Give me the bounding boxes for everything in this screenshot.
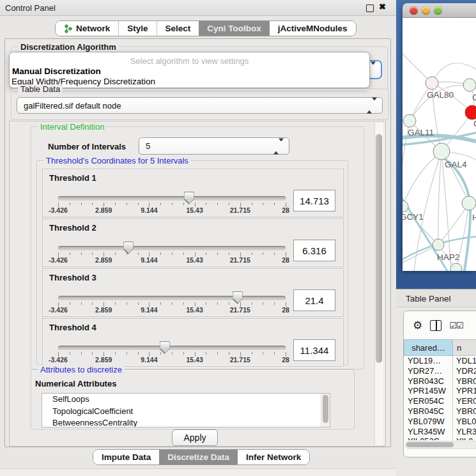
table-row[interactable]: YLR345WYLR3: [404, 427, 476, 437]
tick-mark: [81, 352, 82, 355]
node-label: H: [472, 213, 476, 222]
attribute-list-item[interactable]: BetweennessCentrality: [42, 417, 330, 427]
cell-shared-name[interactable]: YIL052C: [404, 436, 453, 440]
tab-jactivemnodules[interactable]: jActiveMNodules: [270, 21, 356, 36]
column-header-shared[interactable]: shared…: [404, 339, 453, 356]
cell-shared-name[interactable]: YDR27…: [404, 366, 453, 376]
table-row[interactable]: YBR043CYBR0: [404, 376, 476, 387]
checkbox-icons[interactable]: ☑☑: [449, 321, 463, 330]
threshold-2-slider[interactable]: -3.4262.8599.14415.4321.71528: [58, 242, 286, 264]
threshold-2-value[interactable]: 6.316: [293, 240, 335, 261]
vertical-scrollbar[interactable]: [374, 123, 383, 445]
network-edge[interactable]: [438, 151, 441, 245]
scrollbar-thumb[interactable]: [376, 134, 382, 363]
threshold-1-value[interactable]: 14.713: [293, 190, 335, 211]
cell-name[interactable]: YIL0: [453, 436, 476, 440]
gear-icon[interactable]: ⚙: [413, 319, 422, 332]
apply-button[interactable]: Apply: [172, 429, 218, 446]
column-header-name[interactable]: n: [453, 339, 476, 356]
tab-cyni-toolbox[interactable]: Cyni Toolbox: [199, 21, 270, 36]
split-columns-icon[interactable]: [430, 320, 441, 331]
stepper-icon: [367, 101, 377, 111]
tab-impute-data[interactable]: Impute Data: [93, 450, 159, 464]
slider-handle[interactable]: [123, 242, 134, 250]
attribute-list-item[interactable]: TopologicalCoefficient: [42, 406, 330, 418]
tick-mark: [229, 252, 229, 255]
cell-name[interactable]: YBR0: [453, 376, 476, 387]
network-node[interactable]: [463, 79, 476, 91]
network-canvas[interactable]: GAL80GACGAL11GAL4GCY1HHAP2: [403, 18, 476, 271]
cell-shared-name[interactable]: YBL079W: [404, 417, 453, 427]
cell-name[interactable]: YER0: [453, 396, 476, 406]
slider-handle[interactable]: [233, 291, 243, 300]
threshold-1-slider[interactable]: -3.4262.8599.14415.4321.71528: [58, 192, 286, 214]
table-row[interactable]: YDL19…YDL1: [404, 356, 476, 366]
network-node[interactable]: [450, 263, 462, 271]
table-row[interactable]: YPR145WYPR1: [404, 386, 476, 396]
tick-mark: [252, 203, 252, 205]
threshold-3-slider[interactable]: -3.4262.8599.14415.4321.71528: [58, 292, 286, 314]
network-node[interactable]: [433, 143, 450, 160]
tab-infer-network[interactable]: Infer Network: [238, 450, 309, 464]
network-node[interactable]: [462, 196, 476, 210]
close-icon[interactable]: ✖: [379, 2, 386, 12]
tab-discretize-data[interactable]: Discretize Data: [159, 450, 238, 464]
slider-track[interactable]: [58, 246, 286, 250]
cell-name[interactable]: YDR2: [453, 366, 476, 376]
tick-mark: [81, 252, 82, 255]
threshold-4-value[interactable]: 11.344: [293, 339, 335, 361]
network-node[interactable]: [433, 239, 444, 250]
list-scrollbar[interactable]: [321, 394, 330, 427]
numerical-attributes-list[interactable]: SelfLoopsTopologicalCoefficientBetweenne…: [42, 393, 330, 427]
cell-name[interactable]: YLR3: [453, 427, 476, 437]
network-edge[interactable]: [403, 151, 441, 206]
dropdown-option-manual-discretization[interactable]: Manual Discretization: [12, 66, 101, 76]
tab-network[interactable]: Network: [56, 21, 118, 36]
float-window-icon[interactable]: [366, 4, 374, 12]
hscrollbar-thumb[interactable]: [406, 442, 454, 447]
table-rows: YDL19…YDL1YDR27…YDR2YBR043CYBR0YPR145WYP…: [404, 356, 476, 440]
tick-mark: [138, 302, 139, 305]
table-row[interactable]: YER054CYER0: [404, 396, 476, 406]
table-row[interactable]: YBR045CYBR0: [404, 406, 476, 417]
slider-track[interactable]: [58, 346, 286, 350]
threshold-3-value[interactable]: 21.4: [293, 289, 335, 311]
table-row[interactable]: YBL079WYBL0: [404, 417, 476, 427]
number-of-intervals-combobox[interactable]: 5: [139, 137, 289, 155]
cell-shared-name[interactable]: YLR345W: [404, 427, 453, 437]
cell-name[interactable]: YBL0: [453, 417, 476, 427]
network-node[interactable]: [403, 114, 416, 127]
tick-mark: [229, 203, 229, 205]
threshold-4-slider[interactable]: -3.4262.8599.14415.4321.71528: [58, 342, 286, 364]
tick-mark: [160, 203, 161, 205]
cell-shared-name[interactable]: YDL19…: [404, 356, 453, 366]
cell-name[interactable]: YDL1: [453, 356, 476, 366]
cell-shared-name[interactable]: YBR045C: [404, 406, 453, 417]
cell-name[interactable]: YBR0: [453, 406, 476, 417]
slider-track[interactable]: [58, 196, 286, 201]
attribute-list-item[interactable]: SelfLoops: [42, 394, 330, 406]
tick-mark: [263, 352, 263, 355]
axis-label: -3.426: [49, 306, 68, 314]
cell-shared-name[interactable]: YER054C: [404, 396, 453, 406]
tick-mark: [138, 252, 139, 255]
network-node[interactable]: [426, 77, 438, 89]
node-label: GAL4: [445, 160, 467, 169]
minimize-traffic-light[interactable]: [422, 6, 430, 15]
cell-shared-name[interactable]: YPR145W: [404, 386, 453, 396]
tab-select[interactable]: Select: [157, 21, 199, 36]
horizontal-scrollbar[interactable]: [405, 441, 476, 449]
zoom-traffic-light[interactable]: [434, 6, 442, 15]
tab-style[interactable]: Style: [118, 21, 156, 36]
network-node[interactable]: [403, 201, 408, 212]
close-traffic-light[interactable]: [410, 6, 418, 15]
cell-shared-name[interactable]: YBR043C: [404, 376, 453, 387]
slider-handle[interactable]: [184, 192, 195, 200]
table-row[interactable]: YDR27…YDR2: [404, 366, 476, 376]
slider-track[interactable]: [58, 296, 286, 300]
table-row[interactable]: YIL052CYIL0: [404, 436, 476, 440]
slider-handle[interactable]: [160, 341, 171, 349]
table-data-combobox[interactable]: galFiltered.sif default node: [17, 97, 383, 114]
cell-name[interactable]: YPR1: [453, 386, 476, 396]
network-node[interactable]: [465, 105, 476, 119]
